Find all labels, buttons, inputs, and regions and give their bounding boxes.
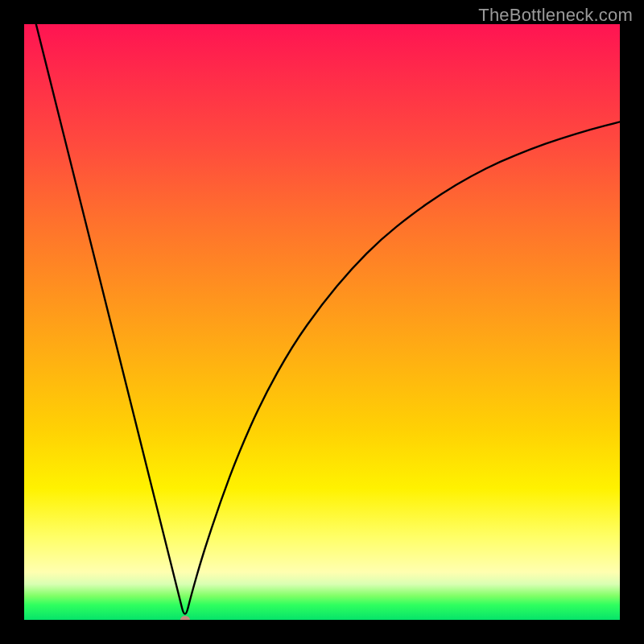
chart-frame: TheBottleneck.com (0, 0, 644, 644)
minimum-point-marker (180, 616, 190, 620)
bottleneck-curve (24, 24, 620, 620)
watermark-label: TheBottleneck.com (478, 5, 633, 26)
plot-area (24, 24, 620, 620)
